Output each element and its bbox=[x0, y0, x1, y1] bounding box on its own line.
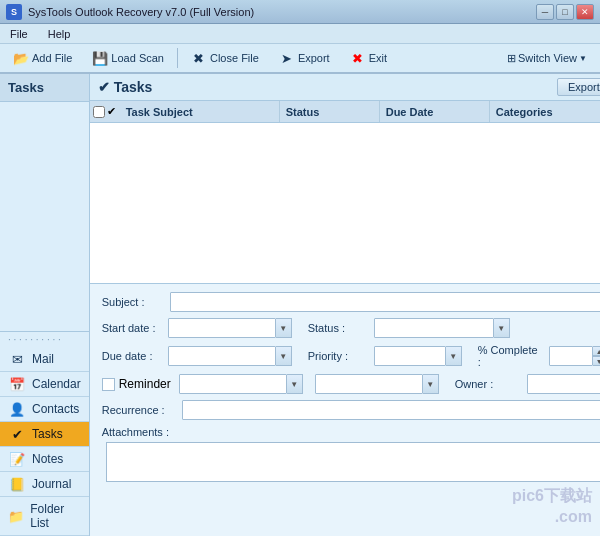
priority-label: Priority : bbox=[308, 350, 368, 362]
table-header: ✔ Task Subject Status Due Date Categorie… bbox=[90, 101, 600, 123]
sidebar-dots: · · · · · · · · · · bbox=[0, 332, 89, 347]
attachments-label: Attachments : bbox=[102, 426, 182, 438]
status-input[interactable] bbox=[374, 318, 494, 338]
exit-icon: ✖ bbox=[350, 50, 366, 66]
content-area: ✔ Tasks Export ✔ Task Subject Status Due… bbox=[90, 74, 600, 536]
sidebar-item-notes[interactable]: 📝 Notes bbox=[0, 447, 89, 472]
menu-help[interactable]: Help bbox=[42, 26, 77, 42]
close-file-icon: ✖ bbox=[191, 50, 207, 66]
reminder-label: Reminder bbox=[119, 377, 171, 391]
priority-input[interactable] bbox=[374, 346, 446, 366]
reminder-checkbox[interactable] bbox=[102, 378, 115, 391]
tasks-title-icon: ✔ bbox=[98, 79, 110, 95]
content-title: ✔ Tasks bbox=[98, 79, 153, 95]
folder-list-icon: 📁 bbox=[8, 509, 24, 523]
exit-button[interactable]: ✖ Exit bbox=[341, 46, 396, 70]
sidebar-item-contacts[interactable]: 👤 Contacts bbox=[0, 397, 89, 422]
start-status-row: Start date : ▼ Status : ▼ bbox=[102, 318, 600, 338]
col-categories: Categories bbox=[490, 101, 600, 122]
reminder-date-arrow[interactable]: ▼ bbox=[423, 374, 439, 394]
load-scan-button[interactable]: 💾 Load Scan bbox=[83, 46, 173, 70]
due-date-input[interactable] bbox=[168, 346, 276, 366]
sidebar-item-folder-list[interactable]: 📁 Folder List bbox=[0, 497, 89, 536]
close-button[interactable]: ✕ bbox=[576, 4, 594, 20]
content-header: ✔ Tasks Export bbox=[90, 74, 600, 101]
add-file-icon: 📂 bbox=[13, 50, 29, 66]
reminder-time-wrapper: ▼ bbox=[179, 374, 303, 394]
percent-input-wrapper: ▲ ▼ bbox=[549, 346, 600, 366]
sidebar-item-journal[interactable]: 📒 Journal bbox=[0, 472, 89, 497]
start-date-label: Start date : bbox=[102, 322, 162, 334]
recurrence-input[interactable] bbox=[182, 400, 600, 420]
table-check-column: ✔ bbox=[90, 105, 120, 118]
export-toolbar-button[interactable]: ➤ Export bbox=[270, 46, 339, 70]
menu-bar: File Help bbox=[0, 24, 600, 44]
menu-file[interactable]: File bbox=[4, 26, 34, 42]
sidebar-content bbox=[0, 102, 89, 331]
due-priority-row: Due date : ▼ Priority : ▼ % Complete : bbox=[102, 344, 600, 368]
sidebar-header: Tasks bbox=[0, 74, 89, 102]
table-body[interactable] bbox=[90, 123, 600, 283]
percent-down[interactable]: ▼ bbox=[593, 356, 600, 366]
mail-icon: ✉ bbox=[8, 352, 26, 366]
priority-arrow[interactable]: ▼ bbox=[446, 346, 462, 366]
toolbar-separator-1 bbox=[177, 48, 178, 68]
journal-icon: 📒 bbox=[8, 477, 26, 491]
start-date-input-wrapper: ▼ bbox=[168, 318, 292, 338]
subject-input[interactable] bbox=[170, 292, 600, 312]
subject-row: Subject : bbox=[102, 292, 600, 312]
reminder-time-input[interactable] bbox=[179, 374, 287, 394]
attachments-row: Attachments : bbox=[102, 426, 600, 438]
sidebar-item-tasks[interactable]: ✔ Tasks bbox=[0, 422, 89, 447]
calendar-icon: 📅 bbox=[8, 377, 26, 391]
subject-label: Subject : bbox=[102, 296, 162, 308]
switch-view-icon: ⊞ bbox=[507, 52, 516, 65]
reminder-date-wrapper: ▼ bbox=[315, 374, 439, 394]
status-group: Status : ▼ bbox=[308, 318, 510, 338]
reminder-time-arrow[interactable]: ▼ bbox=[287, 374, 303, 394]
main-layout: Tasks · · · · · · · · · · ✉ Mail 📅 Calen… bbox=[0, 74, 600, 536]
switch-view-arrow: ▼ bbox=[579, 54, 587, 63]
select-all-checkbox[interactable] bbox=[93, 106, 105, 118]
col-task-subject: Task Subject bbox=[120, 101, 280, 122]
minimize-button[interactable]: ─ bbox=[536, 4, 554, 20]
sidebar-item-mail[interactable]: ✉ Mail bbox=[0, 347, 89, 372]
owner-input[interactable] bbox=[527, 374, 600, 394]
recurrence-label: Recurrence : bbox=[102, 404, 182, 416]
content-export-button[interactable]: Export bbox=[557, 78, 600, 96]
switch-view-button[interactable]: ⊞ Switch View ▼ bbox=[498, 48, 596, 69]
notes-icon: 📝 bbox=[8, 452, 26, 466]
contacts-icon: 👤 bbox=[8, 402, 26, 416]
tasks-icon: ✔ bbox=[8, 427, 26, 441]
start-date-group: Start date : ▼ bbox=[102, 318, 292, 338]
title-text: SysTools Outlook Recovery v7.0 (Full Ver… bbox=[28, 6, 254, 18]
due-date-arrow[interactable]: ▼ bbox=[276, 346, 292, 366]
reminder-date-input[interactable] bbox=[315, 374, 423, 394]
percent-input[interactable] bbox=[549, 346, 593, 366]
due-date-label: Due date : bbox=[102, 350, 162, 362]
sidebar-item-calendar[interactable]: 📅 Calendar bbox=[0, 372, 89, 397]
status-arrow[interactable]: ▼ bbox=[494, 318, 510, 338]
sidebar: Tasks · · · · · · · · · · ✉ Mail 📅 Calen… bbox=[0, 74, 90, 536]
toolbar: 📂 Add File 💾 Load Scan ✖ Close File ➤ Ex… bbox=[0, 44, 600, 74]
due-date-group: Due date : ▼ bbox=[102, 346, 292, 366]
detail-form: Subject : Start date : ▼ Status : ▼ bbox=[90, 284, 600, 536]
title-bar: S SysTools Outlook Recovery v7.0 (Full V… bbox=[0, 0, 600, 24]
due-date-input-wrapper: ▼ bbox=[168, 346, 292, 366]
recurrence-row: Recurrence : bbox=[102, 400, 600, 420]
export-icon: ➤ bbox=[279, 50, 295, 66]
start-date-arrow[interactable]: ▼ bbox=[276, 318, 292, 338]
task-table: ✔ Task Subject Status Due Date Categorie… bbox=[90, 101, 600, 284]
close-file-button[interactable]: ✖ Close File bbox=[182, 46, 268, 70]
percent-up[interactable]: ▲ bbox=[593, 346, 600, 356]
status-input-wrapper: ▼ bbox=[374, 318, 510, 338]
start-date-input[interactable] bbox=[168, 318, 276, 338]
add-file-button[interactable]: 📂 Add File bbox=[4, 46, 81, 70]
reminder-checkbox-group[interactable]: Reminder bbox=[102, 377, 171, 391]
attachments-box[interactable] bbox=[106, 442, 600, 482]
priority-input-wrapper: ▼ bbox=[374, 346, 462, 366]
title-controls: ─ □ ✕ bbox=[536, 4, 594, 20]
col-status: Status bbox=[280, 101, 380, 122]
maximize-button[interactable]: □ bbox=[556, 4, 574, 20]
priority-group: Priority : ▼ bbox=[308, 346, 462, 366]
